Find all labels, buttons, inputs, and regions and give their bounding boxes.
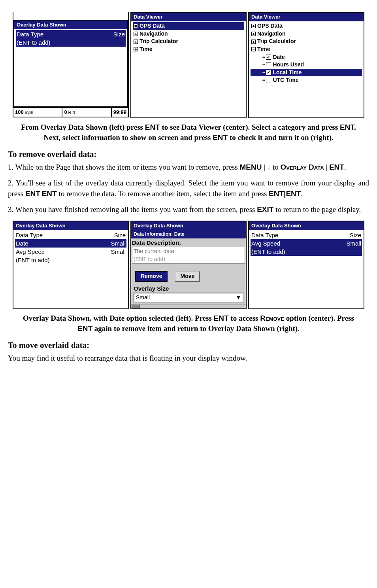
- col-label: Data Type: [16, 231, 43, 239]
- list-header: Data Type Size: [251, 231, 362, 239]
- list-row-date[interactable]: Date Small: [15, 239, 126, 248]
- subtitle: Data Information: Date: [131, 230, 246, 238]
- tree-child-utc-time[interactable]: ⋯ UTC Time: [251, 76, 362, 84]
- tree-gps-data[interactable]: ■ GPS Data: [133, 22, 244, 30]
- panel-overlay-center: Overlay Data Shown Data Information: Dat…: [130, 221, 247, 309]
- col-label: (ENT to add): [16, 256, 50, 264]
- tree-connector: ⋯: [262, 69, 264, 77]
- col-label: (ENT to add): [17, 38, 51, 47]
- text: 1. While on the Page that shows the item…: [8, 163, 239, 171]
- status-speed: 100 mph: [13, 108, 62, 117]
- checkbox-icon[interactable]: [266, 78, 271, 83]
- tree-trip-calculator[interactable]: + Trip Calculator: [133, 38, 244, 45]
- panel-overlay-data-left: Overlay Data Shown Data Type Size (ENT t…: [13, 12, 129, 117]
- desc-text: The current date. (ENT to add): [132, 247, 245, 264]
- tree-navigation[interactable]: + Navigation: [251, 30, 362, 38]
- tree-label: Hours Used: [273, 61, 304, 69]
- remove-button[interactable]: Remove: [135, 271, 168, 282]
- tree-child-date[interactable]: ⋯ ✓ Date: [251, 53, 362, 61]
- text: The current date.: [134, 248, 176, 254]
- figure-2: Overlay Data Shown Data Type Size Date S…: [8, 221, 369, 309]
- panel-body: Data Type Size (ENT to add): [13, 29, 128, 107]
- expand-icon[interactable]: +: [134, 40, 138, 44]
- expand-icon[interactable]: +: [251, 24, 256, 28]
- tree-label: Local Time: [273, 69, 302, 77]
- remove-step-1: 1. While on the Page that shows the item…: [8, 162, 369, 173]
- status-val: 99:99: [113, 109, 126, 116]
- status-radius: 0 R ft: [62, 108, 111, 117]
- tree-connector: ⋯: [262, 76, 264, 84]
- collapse-icon[interactable]: −: [251, 47, 256, 51]
- status-val: 100: [15, 109, 24, 116]
- tree-gps-data[interactable]: + GPS Data: [251, 22, 362, 30]
- chevron-down-icon: ▼: [236, 294, 241, 302]
- ghost-text: (ENT to add): [134, 256, 165, 262]
- overlay-size-select[interactable]: Small ▼: [134, 293, 243, 303]
- tree-label: Navigation: [139, 30, 168, 38]
- tree-time[interactable]: − Time: [251, 45, 362, 53]
- desc-label: Data Description:: [131, 238, 246, 247]
- list-row-avg-speed[interactable]: Avg Speed Small: [15, 248, 126, 256]
- key-ent: ENT: [329, 163, 344, 171]
- panel-title: Overlay Data Shown: [249, 221, 364, 230]
- panel-title: Data Viewer: [131, 13, 246, 21]
- panel-body: ■ GPS Data + Navigation + Trip Calculato…: [131, 21, 246, 117]
- list-row-add[interactable]: (ENT to add): [251, 248, 362, 256]
- col-label: Avg Speed: [251, 239, 280, 248]
- status-unit: R ft: [68, 110, 75, 115]
- tree-time[interactable]: + Time: [133, 45, 244, 53]
- status-val: 0: [64, 109, 67, 116]
- list-row-add[interactable]: (ENT to add): [16, 38, 126, 47]
- panel-body: Data Information: Date Data Description:…: [131, 230, 246, 308]
- checkbox-icon[interactable]: ✓: [266, 70, 271, 75]
- panel-title: Overlay Data Shown: [13, 221, 128, 230]
- list-header: Data Type Size: [15, 231, 126, 239]
- col-size: Small: [111, 239, 126, 248]
- panel-data-viewer-right: Data Viewer + GPS Data + Navigation + Tr…: [248, 12, 364, 118]
- tree-child-hours-used[interactable]: ⋯ Hours Used: [251, 61, 362, 69]
- key-overlay-data: Overlay Data: [280, 163, 324, 171]
- col-label: Data Type: [251, 231, 278, 239]
- scrollbar-thumb[interactable]: [131, 304, 140, 308]
- panel-title: Data Viewer: [249, 13, 364, 21]
- list-row-avg-speed[interactable]: Avg Speed Small: [251, 239, 362, 248]
- expand-icon[interactable]: +: [251, 32, 256, 36]
- col-label: Date: [16, 239, 28, 248]
- col-size: Small: [111, 248, 126, 256]
- status-bar: 100 mph 0 R ft 99:99: [13, 107, 128, 117]
- tree-child-local-time[interactable]: ⋯ ✓ Local Time: [251, 69, 362, 77]
- move-overlaid-heading: To move overlaid data:: [8, 340, 369, 351]
- tree-connector: ⋯: [262, 61, 264, 69]
- figure-2-caption: Overlay Data Shown, with Date option sel…: [16, 313, 361, 333]
- move-button[interactable]: Move: [175, 271, 200, 282]
- panel-body: + GPS Data + Navigation + Trip Calculato…: [249, 21, 364, 117]
- checkbox-icon[interactable]: [266, 62, 271, 67]
- expand-icon[interactable]: ■: [134, 24, 138, 28]
- col-size: Small: [346, 239, 361, 248]
- status-time: 99:99: [112, 108, 128, 117]
- list-row-add[interactable]: (ENT to add): [15, 256, 126, 264]
- move-step-1: You may find it useful to rearrange data…: [8, 353, 369, 364]
- checkbox-icon[interactable]: ✓: [266, 55, 271, 60]
- tree-label: UTC Time: [273, 76, 298, 84]
- col-size: Size: [113, 30, 125, 38]
- panel-body: Data Type Size Avg Speed Small (ENT to a…: [249, 230, 364, 308]
- col-label: (ENT to add): [251, 248, 285, 256]
- tree-label: GPS Data: [139, 22, 165, 30]
- tree-label: GPS Data: [257, 22, 283, 30]
- expand-icon[interactable]: +: [134, 47, 138, 51]
- panel-overlay-left: Overlay Data Shown Data Type Size Date S…: [13, 221, 129, 309]
- tree-navigation[interactable]: + Navigation: [133, 30, 244, 38]
- remove-step-2: 2. You'll see a list of the overlay data…: [8, 178, 369, 199]
- expand-icon[interactable]: +: [251, 40, 256, 44]
- remove-overlaid-heading: To remove overlaid data:: [8, 149, 369, 160]
- text: |: [324, 163, 329, 171]
- col-size: Size: [114, 231, 126, 239]
- list-header[interactable]: Data Type Size: [16, 30, 126, 38]
- tree-label: Time: [257, 45, 270, 53]
- tree-trip-calculator[interactable]: + Trip Calculator: [251, 38, 362, 45]
- expand-icon[interactable]: +: [134, 32, 138, 36]
- select-value: Small: [136, 294, 150, 302]
- text: .: [344, 163, 346, 171]
- panel-title: Overlay Data Shown: [13, 20, 128, 29]
